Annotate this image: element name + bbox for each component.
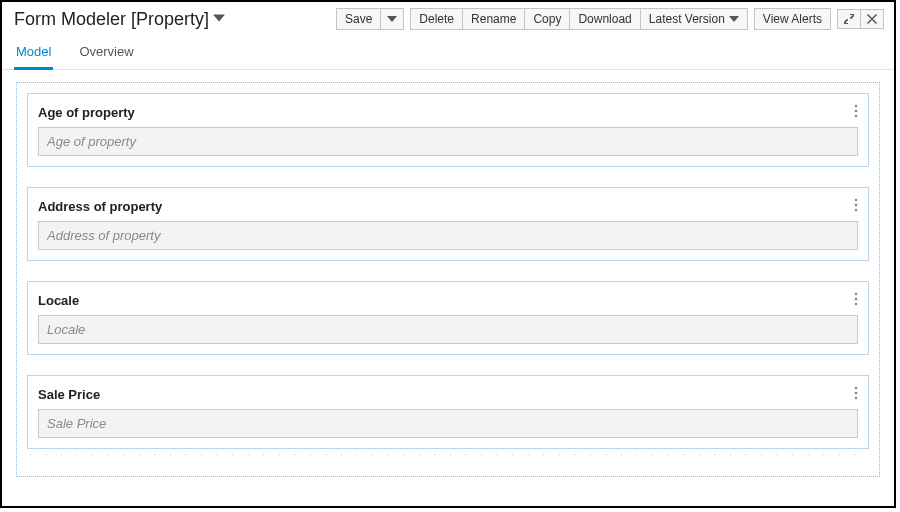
- field-head: Address of property: [38, 198, 858, 215]
- close-icon: [867, 14, 877, 24]
- field-label: Sale Price: [38, 387, 100, 402]
- svg-point-1: [855, 110, 858, 113]
- field-menu-button[interactable]: [854, 292, 858, 309]
- title-dropdown[interactable]: Form Modeler [Property]: [14, 9, 225, 30]
- copy-button[interactable]: Copy: [525, 8, 570, 30]
- kebab-icon: [854, 386, 858, 400]
- form-drop-zone[interactable]: Age of propertyAddress of propertyLocale…: [16, 82, 880, 477]
- title-object: [Property]: [131, 9, 209, 29]
- field-label: Address of property: [38, 199, 162, 214]
- field-card-address[interactable]: Address of property: [27, 187, 869, 261]
- svg-point-8: [855, 303, 858, 306]
- save-group: Save: [336, 8, 404, 30]
- field-card-saleprice[interactable]: Sale Price: [27, 375, 869, 449]
- save-dropdown-button[interactable]: [381, 8, 404, 30]
- drop-placeholder-row: · · · · · · · · · · · · · · · · · · · · …: [27, 449, 869, 460]
- svg-point-4: [855, 204, 858, 207]
- toolbar: Save Delete Rename Copy Download Latest …: [336, 8, 884, 30]
- kebab-icon: [854, 292, 858, 306]
- version-dropdown[interactable]: Latest Version: [641, 8, 748, 30]
- field-menu-button[interactable]: [854, 386, 858, 403]
- tab-model[interactable]: Model: [14, 36, 53, 69]
- window-controls: [837, 9, 884, 29]
- rename-button[interactable]: Rename: [463, 8, 525, 30]
- chevron-down-icon: [729, 14, 739, 24]
- chevron-down-icon: [213, 12, 225, 27]
- version-label: Latest Version: [649, 13, 725, 25]
- expand-icon: [844, 14, 854, 24]
- kebab-icon: [854, 198, 858, 212]
- field-input-saleprice[interactable]: [38, 409, 858, 438]
- file-actions-group: Delete Rename Copy Download Latest Versi…: [410, 8, 748, 30]
- top-bar: Form Modeler [Property] Save Delete Rena…: [2, 2, 894, 30]
- svg-point-10: [855, 392, 858, 395]
- download-button[interactable]: Download: [570, 8, 640, 30]
- title-prefix: Form Modeler: [14, 9, 126, 29]
- save-button[interactable]: Save: [336, 8, 381, 30]
- svg-point-9: [855, 387, 858, 390]
- field-card-locale[interactable]: Locale: [27, 281, 869, 355]
- svg-point-2: [855, 115, 858, 118]
- close-button[interactable]: [861, 9, 884, 29]
- svg-point-3: [855, 199, 858, 202]
- tab-bar: Model Overview: [2, 36, 894, 70]
- field-card-age[interactable]: Age of property: [27, 93, 869, 167]
- app-frame: Form Modeler [Property] Save Delete Rena…: [0, 0, 896, 508]
- field-label: Age of property: [38, 105, 135, 120]
- field-head: Locale: [38, 292, 858, 309]
- field-head: Sale Price: [38, 386, 858, 403]
- field-input-locale[interactable]: [38, 315, 858, 344]
- expand-button[interactable]: [837, 9, 861, 29]
- field-menu-button[interactable]: [854, 198, 858, 215]
- delete-button[interactable]: Delete: [410, 8, 463, 30]
- svg-point-0: [855, 105, 858, 108]
- chevron-down-icon: [387, 14, 397, 24]
- svg-point-6: [855, 293, 858, 296]
- tab-overview[interactable]: Overview: [77, 36, 135, 69]
- field-input-address[interactable]: [38, 221, 858, 250]
- svg-point-5: [855, 209, 858, 212]
- kebab-icon: [854, 104, 858, 118]
- svg-point-7: [855, 298, 858, 301]
- field-menu-button[interactable]: [854, 104, 858, 121]
- svg-point-11: [855, 397, 858, 400]
- field-input-age[interactable]: [38, 127, 858, 156]
- field-head: Age of property: [38, 104, 858, 121]
- field-label: Locale: [38, 293, 79, 308]
- page-title: Form Modeler [Property]: [14, 9, 209, 30]
- form-canvas: Age of propertyAddress of propertyLocale…: [2, 70, 894, 496]
- view-alerts-button[interactable]: View Alerts: [754, 8, 831, 30]
